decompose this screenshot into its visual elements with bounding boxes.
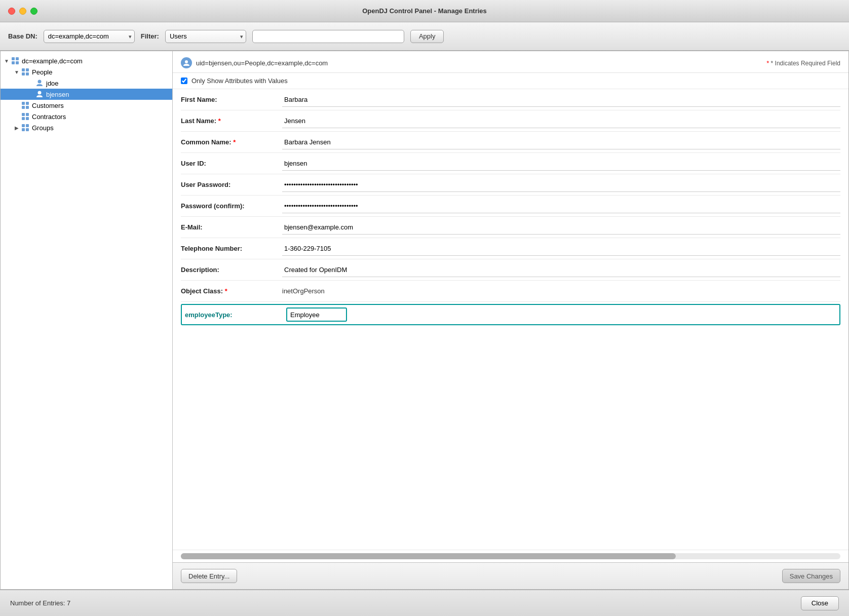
form-row-description: Description: xyxy=(181,259,840,281)
titlebar: OpenDJ Control Panel - Manage Entries xyxy=(0,0,849,22)
entries-count: Number of Entries: 7 xyxy=(10,599,70,607)
svg-rect-7 xyxy=(26,72,29,75)
svg-rect-1 xyxy=(16,57,19,60)
label-last-name: Last Name: * xyxy=(181,117,282,125)
scrollbar-thumb xyxy=(181,553,676,559)
svg-rect-13 xyxy=(26,106,29,109)
tree-item-people[interactable]: ▼ People xyxy=(1,66,172,78)
form-footer: Delete Entry... Save Changes xyxy=(173,562,848,589)
tree-item-bjensen[interactable]: bjensen xyxy=(1,89,172,100)
show-attributes-checkbox[interactable] xyxy=(181,78,187,84)
apply-button[interactable]: Apply xyxy=(410,30,444,43)
base-dn-wrapper[interactable]: dc=example,dc=com xyxy=(44,30,135,43)
form-row-password-confirm: Password (confirm): xyxy=(181,196,840,217)
window-title: OpenDJ Control Panel - Manage Entries xyxy=(362,7,487,15)
form-row-first-name: First Name: xyxy=(181,89,840,110)
customers-group-icon xyxy=(21,101,30,110)
filter-wrapper[interactable]: Users Groups All Entries xyxy=(165,30,246,43)
required-note: * * Indicates Required Field xyxy=(766,59,840,67)
form-row-email: E-Mail: xyxy=(181,217,840,238)
svg-point-9 xyxy=(38,91,42,95)
svg-point-22 xyxy=(185,60,188,63)
tree-toggle-contractors xyxy=(13,112,21,121)
tree-label-jdoe: jdoe xyxy=(46,80,59,87)
input-password[interactable] xyxy=(282,178,840,192)
form-row-common-name: Common Name: * xyxy=(181,132,840,153)
tree-item-root[interactable]: ▼ dc=example,dc=com xyxy=(1,55,172,66)
svg-rect-3 xyxy=(16,61,19,64)
form-row-object-class: Object Class: * inetOrgPerson xyxy=(181,281,840,302)
tree-item-customers[interactable]: Customers xyxy=(1,100,172,111)
label-description: Description: xyxy=(181,266,282,274)
tree-toggle-bjensen xyxy=(27,90,35,98)
value-object-class: inetOrgPerson xyxy=(282,285,840,297)
minimize-button[interactable] xyxy=(19,8,26,15)
delete-entry-button[interactable]: Delete Entry... xyxy=(181,569,237,583)
user-icon-jdoe xyxy=(35,79,44,88)
main-content: ▼ dc=example,dc=com ▼ xyxy=(0,51,849,590)
input-employee-type[interactable] xyxy=(286,307,347,322)
entry-header: uid=bjensen,ou=People,dc=example,dc=com … xyxy=(173,51,848,73)
close-window-button[interactable]: Close xyxy=(801,596,839,610)
svg-rect-10 xyxy=(22,102,25,105)
svg-rect-5 xyxy=(26,68,29,71)
svg-rect-20 xyxy=(22,128,25,131)
show-attributes-label: Only Show Attributes with Values xyxy=(191,77,288,85)
form-fields: First Name: Last Name: * Common Name: * … xyxy=(173,89,848,550)
form-row-password: User Password: xyxy=(181,174,840,196)
filter-select[interactable]: Users Groups All Entries xyxy=(165,30,246,43)
horizontal-scrollbar[interactable] xyxy=(173,550,848,562)
label-email: E-Mail: xyxy=(181,223,282,231)
entry-dn-text: uid=bjensen,ou=People,dc=example,dc=com xyxy=(196,59,328,67)
svg-rect-15 xyxy=(26,113,29,116)
svg-rect-4 xyxy=(22,68,25,71)
save-changes-button[interactable]: Save Changes xyxy=(782,569,840,583)
input-user-id[interactable] xyxy=(282,157,840,171)
filter-input[interactable] xyxy=(252,30,404,43)
input-first-name[interactable] xyxy=(282,93,840,107)
tree-toggle-customers xyxy=(13,101,21,109)
scrollbar-track xyxy=(181,553,840,559)
tree-item-contractors[interactable]: Contractors xyxy=(1,111,172,122)
input-telephone[interactable] xyxy=(282,242,840,256)
tree-label-contractors: Contractors xyxy=(32,113,66,121)
input-last-name[interactable] xyxy=(282,114,840,128)
label-password: User Password: xyxy=(181,181,282,188)
right-panel-form: uid=bjensen,ou=People,dc=example,dc=com … xyxy=(173,51,848,589)
tree-label-customers: Customers xyxy=(32,102,64,109)
input-description[interactable] xyxy=(282,263,840,277)
label-object-class: Object Class: * xyxy=(181,287,282,295)
form-row-telephone: Telephone Number: xyxy=(181,238,840,259)
tree-toggle-groups[interactable]: ▶ xyxy=(13,124,21,132)
label-first-name: First Name: xyxy=(181,96,282,103)
form-row-employee-type: employeeType: xyxy=(181,304,840,325)
svg-rect-12 xyxy=(22,106,25,109)
base-dn-label: Base DN: xyxy=(8,32,37,40)
tree-item-jdoe[interactable]: jdoe xyxy=(1,78,172,89)
base-dn-select[interactable]: dc=example,dc=com xyxy=(44,30,135,43)
tree-label-groups: Groups xyxy=(32,124,54,132)
svg-rect-17 xyxy=(26,117,29,120)
tree-item-groups[interactable]: ▶ Groups xyxy=(1,122,172,133)
input-email[interactable] xyxy=(282,220,840,235)
svg-rect-14 xyxy=(22,113,25,116)
server-icon xyxy=(11,56,20,65)
groups-icon xyxy=(21,123,30,132)
user-icon-bjensen xyxy=(35,90,44,99)
form-row-last-name: Last Name: * xyxy=(181,110,840,132)
close-button[interactable] xyxy=(8,8,15,15)
checkbox-row: Only Show Attributes with Values xyxy=(173,73,848,89)
filter-label: Filter: xyxy=(141,32,159,40)
maximize-button[interactable] xyxy=(30,8,37,15)
entry-dn: uid=bjensen,ou=People,dc=example,dc=com xyxy=(181,57,328,68)
input-common-name[interactable] xyxy=(282,135,840,149)
contractors-group-icon xyxy=(21,112,30,121)
svg-rect-6 xyxy=(22,72,25,75)
input-password-confirm[interactable] xyxy=(282,199,840,213)
people-group-icon xyxy=(21,67,30,76)
tree-toggle-jdoe xyxy=(27,79,35,87)
tree-toggle-people[interactable]: ▼ xyxy=(13,68,21,76)
toolbar: Base DN: dc=example,dc=com Filter: Users… xyxy=(0,22,849,51)
left-panel-tree: ▼ dc=example,dc=com ▼ xyxy=(1,51,173,589)
tree-toggle-root[interactable]: ▼ xyxy=(3,57,11,65)
